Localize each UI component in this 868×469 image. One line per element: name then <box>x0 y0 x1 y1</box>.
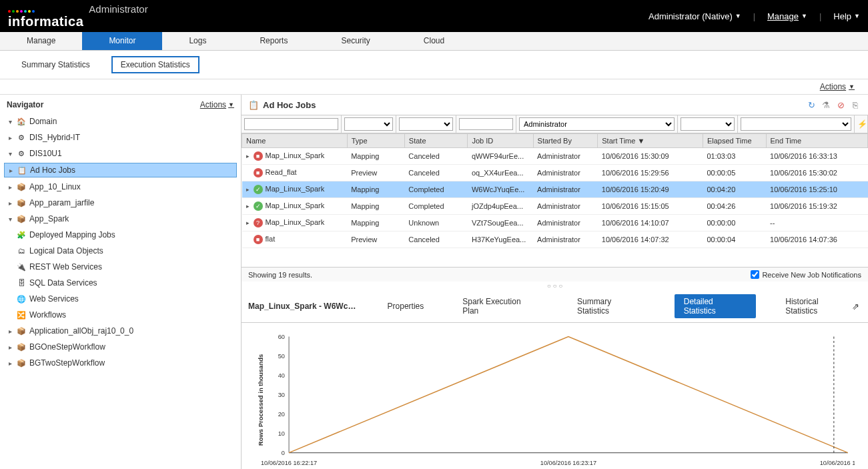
tab-manage[interactable]: Manage <box>0 32 82 50</box>
refresh-icon[interactable]: ↻ <box>805 99 817 111</box>
column-header-state[interactable]: State <box>404 134 468 148</box>
svg-text:40: 40 <box>278 372 285 379</box>
filter-endtime[interactable] <box>741 117 851 131</box>
detail-tab-properties[interactable]: Properties <box>378 299 434 314</box>
export-icon[interactable]: ⎘ <box>849 99 861 111</box>
tree-toggle-icon[interactable]: ▸ <box>7 183 13 191</box>
column-header-name[interactable]: Name <box>242 134 348 148</box>
cell-state: Unknown <box>404 215 468 231</box>
column-header-start-time[interactable]: Start Time ▼ <box>598 134 703 148</box>
navigator-actions[interactable]: Actions▼ <box>200 100 234 109</box>
tree-item-bgonestepworkflow[interactable]: ▸📦BGOneStepWorkflow <box>4 340 237 354</box>
table-row[interactable]: ▸ ■Map_Linux_SparkMappingCanceledqWWF94u… <box>242 148 868 165</box>
tree-toggle-icon[interactable]: ▾ <box>7 118 13 125</box>
row-expand-icon[interactable]: ▸ <box>246 219 252 226</box>
stop-icon[interactable]: ⊘ <box>835 99 847 111</box>
detail-popout-icon[interactable]: ⇗ <box>849 300 861 312</box>
tree-toggle-icon[interactable]: ▸ <box>7 344 13 351</box>
job-name: flat <box>266 235 276 243</box>
cell-elapsed: 01:03:03 <box>703 148 766 165</box>
tree-item-ad-hoc-jobs[interactable]: ▸📋Ad Hoc Jobs <box>4 163 237 177</box>
tree-item-application-allobj-raj10-0-0[interactable]: ▸📦Application_allObj_raj10_0_0 <box>4 324 237 338</box>
tree-item-dis10u1[interactable]: ▾⚙DIS10U1 <box>4 147 237 160</box>
detail-tab-detailed-stats[interactable]: Detailed Statistics <box>675 294 757 318</box>
tree-item-deployed-mapping-jobs[interactable]: 🧩Deployed Mapping Jobs <box>4 228 237 242</box>
status-completed-icon: ✓ <box>254 185 263 194</box>
tree-item-app-10-linux[interactable]: ▸📦App_10_Linux <box>4 180 237 193</box>
table-row[interactable]: ■flatPreviewCanceledH37KeYugEea...Admini… <box>242 231 868 248</box>
top-right-menu: Administrator (Native)▼ | Manage▼ | Help… <box>648 11 860 21</box>
actions-menu[interactable]: Actions▼ <box>820 82 855 91</box>
tab-security[interactable]: Security <box>314 32 396 50</box>
column-header-end-time[interactable]: End Time <box>766 134 867 148</box>
column-header-started-by[interactable]: Started By <box>533 134 598 148</box>
row-expand-icon[interactable]: ▸ <box>246 153 252 159</box>
cell-type: Mapping <box>347 148 404 165</box>
manage-menu[interactable]: Manage▼ <box>767 11 807 21</box>
column-header-job-id[interactable]: Job ID <box>468 134 533 148</box>
tree-item-rest-web-services[interactable]: 🔌REST Web Services <box>4 260 237 274</box>
filter-jobid[interactable] <box>459 118 513 130</box>
filter-name[interactable] <box>244 118 338 130</box>
status-canceled-icon: ■ <box>254 235 263 244</box>
filter-started-by[interactable]: Administrator <box>519 117 675 131</box>
subtab-summary-statistics[interactable]: Summary Statistics <box>13 57 98 72</box>
status-canceled-icon: ■ <box>254 168 263 177</box>
receive-notifications-checkbox[interactable]: Receive New Job Notifications <box>751 270 861 279</box>
tree-item-app-param-jarfile[interactable]: ▸📦App_param_jarfile <box>4 196 237 209</box>
table-row[interactable]: ▸ ✓Map_Linux_SparkMappingCompletedW6WcJY… <box>242 181 868 198</box>
tree-toggle-icon[interactable]: ▸ <box>7 167 14 174</box>
tree-item-bgtwostepworkflow[interactable]: ▸📦BGTwoStepWorkflow <box>4 356 237 370</box>
filter-apply-icon[interactable]: ⚡ <box>857 119 867 129</box>
tree-item-app-spark[interactable]: ▾📦App_Spark <box>4 212 237 225</box>
tab-monitor[interactable]: Monitor <box>82 32 162 50</box>
svg-text:Rows Processed in thousands: Rows Processed in thousands <box>258 354 264 446</box>
tree-item-web-services[interactable]: 🌐Web Services <box>4 292 237 306</box>
tree-item-label: DIS_Hybrid-IT <box>29 133 80 142</box>
horizontal-splitter[interactable]: ○ ○ ○ <box>242 282 868 290</box>
tab-logs[interactable]: Logs <box>162 32 233 50</box>
tree-item-logical-data-objects[interactable]: 🗂Logical Data Objects <box>4 244 237 258</box>
subtab-execution-statistics[interactable]: Execution Statistics <box>111 56 199 73</box>
svg-text:10: 10 <box>278 430 285 437</box>
cell-state: Canceled <box>404 148 468 165</box>
tab-reports[interactable]: Reports <box>233 32 314 50</box>
column-header-elapsed-time[interactable]: Elapsed Time <box>703 134 766 148</box>
app-icon: 📦 <box>16 213 27 224</box>
tree-item-dis-hybrid-it[interactable]: ▸⚙DIS_Hybrid-IT <box>4 131 237 144</box>
table-row[interactable]: ▸ ✓Map_Linux_SparkMappingCompletedjOZdp4… <box>242 198 868 215</box>
tree-toggle-icon[interactable]: ▸ <box>7 328 13 335</box>
sub-tabs: Summary Statistics Execution Statistics <box>0 51 868 79</box>
tab-cloud[interactable]: Cloud <box>397 32 471 50</box>
cell-start: 10/06/2016 15:20:49 <box>598 181 703 198</box>
tree-toggle-icon[interactable]: ▸ <box>7 199 13 207</box>
sql-icon: 🗄 <box>16 278 27 288</box>
tree-toggle-icon[interactable]: ▸ <box>7 134 13 141</box>
tree-item-label: App_10_Linux <box>29 182 81 191</box>
user-menu[interactable]: Administrator (Native)▼ <box>648 11 741 21</box>
filter-type[interactable] <box>344 117 393 131</box>
help-menu[interactable]: Help▼ <box>833 11 860 21</box>
detail-tab-historical-stats[interactable]: Historical Statistics <box>776 294 861 318</box>
detail-tab-spark-plan[interactable]: Spark Execution Plan <box>453 294 548 318</box>
filter-state[interactable] <box>399 117 453 131</box>
cell-started_by: Administrator <box>533 181 598 198</box>
table-row[interactable]: ■Read_flatPreviewCanceledoq_XX4urEea...A… <box>242 165 868 181</box>
row-expand-icon[interactable]: ▸ <box>246 186 252 193</box>
cell-elapsed: 00:04:26 <box>703 198 766 215</box>
receive-notif-input[interactable] <box>751 270 759 279</box>
tree-item-domain[interactable]: ▾🏠Domain <box>4 115 237 128</box>
tree-item-sql-data-services[interactable]: 🗄SQL Data Services <box>4 276 237 290</box>
filter-icon[interactable]: ⚗ <box>820 99 832 111</box>
column-header-type[interactable]: Type <box>347 134 404 148</box>
table-row[interactable]: ▸ ?Map_Linux_SparkMappingUnknownVZt7Soug… <box>242 215 868 231</box>
tree-item-label: Deployed Mapping Jobs <box>29 230 115 240</box>
row-expand-icon[interactable]: ▸ <box>246 203 252 209</box>
jobs-table: NameTypeStateJob IDStarted ByStart Time … <box>242 133 868 267</box>
filter-elapsed[interactable] <box>681 117 735 131</box>
tree-item-workflows[interactable]: 🔀Workflows <box>4 308 237 322</box>
tree-toggle-icon[interactable]: ▾ <box>7 215 13 223</box>
detail-tab-summary-stats[interactable]: Summary Statistics <box>568 294 655 318</box>
tree-toggle-icon[interactable]: ▸ <box>7 360 13 367</box>
tree-toggle-icon[interactable]: ▾ <box>7 150 13 157</box>
